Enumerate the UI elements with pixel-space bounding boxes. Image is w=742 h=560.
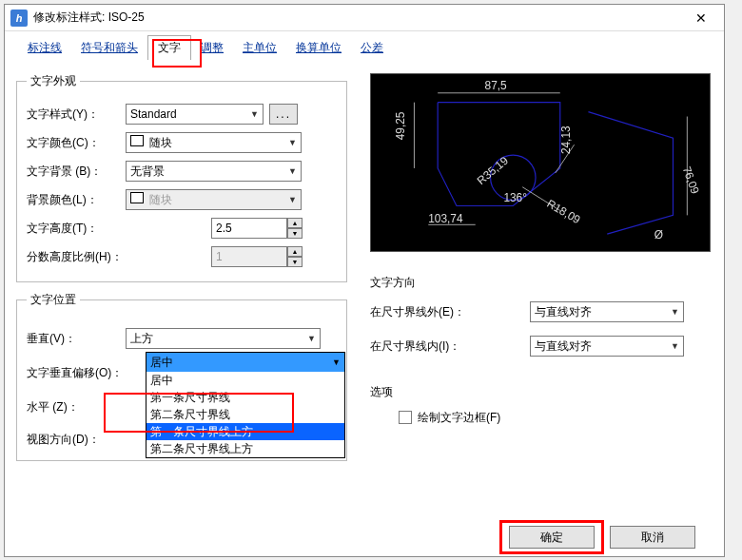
select-bg-color: 随块 ▼ (126, 189, 302, 210)
spinner-fraction-scale: ▲▼ (211, 246, 303, 267)
svg-text:76,09: 76,09 (680, 164, 702, 196)
label-inside: 在尺寸界线内(I)： (370, 338, 530, 355)
text-style-more-button[interactable]: ... (269, 104, 298, 125)
label-vertical: 垂直(V)： (27, 331, 126, 347)
group-appearance: 文字外观 文字样式(Y)： Standard ▼ ... 文字颜色(C)： 随块… (16, 73, 347, 282)
dropdown-item-0[interactable]: 居中 (146, 372, 344, 389)
svg-text:136°: 136° (503, 191, 527, 204)
color-swatch-icon (130, 135, 144, 146)
dialog-content: 文字外观 文字样式(Y)： Standard ▼ ... 文字颜色(C)： 随块… (16, 73, 713, 509)
dropdown-horizontal-open[interactable]: 居中 ▼ 居中 第一条尺寸界线 第二条尺寸界线 第一条尺寸界线上方 第二条尺寸界… (146, 352, 345, 458)
titlebar: h 修改标注样式: ISO-25 ✕ (5, 5, 724, 31)
spin-up-icon[interactable]: ▲ (287, 218, 303, 228)
svg-text:R35,19: R35,19 (475, 153, 512, 187)
spin-down-icon[interactable]: ▼ (287, 228, 303, 239)
tab-fit[interactable]: 调整 (191, 36, 233, 60)
svg-text:Ø: Ø (654, 228, 663, 241)
chevron-down-icon: ▼ (288, 166, 297, 176)
app-logo-icon: h (10, 10, 28, 27)
label-text-style: 文字样式(Y)： (27, 106, 126, 123)
checkbox-draw-frame[interactable] (399, 411, 412, 424)
select-outside[interactable]: 与直线对齐 ▼ (530, 301, 684, 322)
tab-alternate[interactable]: 换算单位 (286, 36, 351, 60)
dialog-footer: 确定 取消 (5, 526, 724, 549)
chevron-down-icon: ▼ (671, 341, 679, 351)
select-text-style[interactable]: Standard ▼ (126, 104, 264, 125)
label-fraction-scale: 分数高度比例(H)： (27, 249, 141, 265)
svg-text:24,13: 24,13 (559, 126, 573, 154)
legend-direction: 文字方向 (370, 275, 714, 291)
label-viewdir: 视图方向(D)： (27, 432, 126, 448)
legend-options: 选项 (370, 384, 714, 400)
label-text-height: 文字高度(T)： (27, 221, 126, 237)
dropdown-item-2[interactable]: 第二条尺寸界线 (146, 406, 344, 423)
tab-primary[interactable]: 主单位 (233, 36, 286, 60)
preview-drawing: 87,5 49,25 103,74 R35,19 136° R18,09 24,… (371, 74, 710, 251)
label-offset: 文字垂直偏移(O)： (27, 365, 150, 381)
color-swatch-icon (130, 192, 144, 203)
cancel-button[interactable]: 取消 (610, 526, 695, 549)
input-text-height[interactable] (211, 218, 287, 239)
window-title: 修改标注样式: ISO-25 (33, 10, 684, 26)
svg-text:87,5: 87,5 (485, 79, 507, 92)
preview-panel: 87,5 49,25 103,74 R35,19 136° R18,09 24,… (370, 73, 711, 252)
label-draw-frame: 绘制文字边框(F) (418, 410, 500, 426)
ok-button[interactable]: 确定 (509, 526, 595, 549)
dropdown-item-1[interactable]: 第一条尺寸界线 (146, 389, 344, 406)
tab-tolerance[interactable]: 公差 (351, 36, 393, 60)
chevron-down-icon: ▼ (671, 307, 679, 317)
input-fraction-scale (211, 246, 287, 267)
close-button[interactable]: ✕ (684, 7, 718, 29)
tab-text[interactable]: 文字 (147, 35, 191, 60)
svg-text:49,25: 49,25 (394, 111, 407, 140)
label-bg-color: 背景颜色(L)： (27, 192, 126, 208)
svg-text:R18,09: R18,09 (544, 197, 582, 226)
tab-arrows[interactable]: 符号和箭头 (71, 36, 147, 60)
select-text-color[interactable]: 随块 ▼ (126, 132, 302, 153)
chevron-down-icon: ▼ (307, 334, 316, 343)
label-text-bg: 文字背景 (B)： (27, 164, 126, 180)
label-text-color: 文字颜色(C)： (27, 135, 126, 151)
select-inside[interactable]: 与直线对齐 ▼ (530, 336, 684, 357)
svg-text:103,74: 103,74 (428, 212, 463, 225)
spinner-text-height[interactable]: ▲▼ (211, 218, 303, 239)
spin-down-icon: ▼ (287, 257, 303, 267)
tab-dimlines[interactable]: 标注线 (18, 36, 71, 60)
select-text-bg[interactable]: 无背景 ▼ (126, 161, 302, 182)
select-vertical[interactable]: 上方 ▼ (126, 328, 321, 349)
label-horizontal: 水平 (Z)： (27, 399, 126, 415)
legend-appearance: 文字外观 (27, 73, 80, 89)
legend-position: 文字位置 (27, 292, 80, 308)
dropdown-item-4[interactable]: 第二条尺寸界线上方 (146, 440, 344, 457)
dropdown-selected-head[interactable]: 居中 ▼ (146, 353, 344, 372)
tab-bar: 标注线 符号和箭头 文字 调整 主单位 换算单位 公差 (5, 31, 724, 58)
dialog-window: h 修改标注样式: ISO-25 ✕ 标注线 符号和箭头 文字 调整 主单位 换… (4, 4, 725, 557)
spin-up-icon: ▲ (287, 246, 303, 257)
right-column: 87,5 49,25 103,74 R35,19 136° R18,09 24,… (370, 73, 714, 434)
dropdown-item-3[interactable]: 第一条尺寸界线上方 (146, 423, 344, 440)
chevron-down-icon: ▼ (288, 195, 297, 204)
chevron-down-icon: ▼ (332, 357, 341, 367)
label-outside: 在尺寸界线外(E)： (370, 304, 530, 320)
chevron-down-icon: ▼ (250, 109, 259, 119)
chevron-down-icon: ▼ (288, 138, 297, 147)
